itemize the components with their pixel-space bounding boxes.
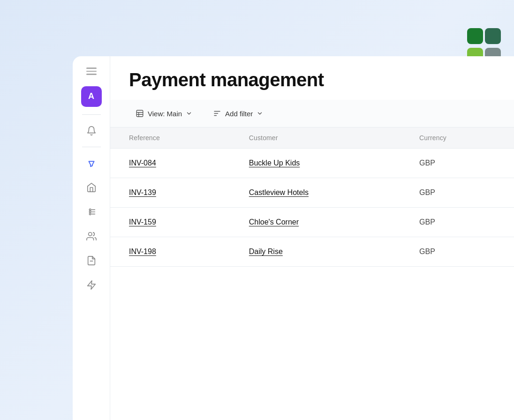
sidebar-item-tasks[interactable] bbox=[81, 202, 102, 222]
table-row: INV-198Daily RiseGBP bbox=[110, 237, 514, 267]
cell-currency: GBP bbox=[401, 178, 514, 208]
table-row: INV-139Castleview HotelsGBP bbox=[110, 178, 514, 208]
content-area: Payment management View: Main Add filter bbox=[110, 56, 514, 420]
cell-customer[interactable]: Castleview Hotels bbox=[230, 178, 401, 208]
cell-reference[interactable]: INV-139 bbox=[110, 178, 230, 208]
teal-gem bbox=[485, 28, 501, 44]
svg-point-4 bbox=[89, 213, 91, 215]
cell-reference[interactable]: INV-198 bbox=[110, 237, 230, 267]
cell-customer[interactable]: Buckle Up Kids bbox=[230, 149, 401, 178]
svg-rect-9 bbox=[136, 110, 143, 117]
cell-currency: GBP bbox=[401, 237, 514, 267]
cell-currency: GBP bbox=[401, 208, 514, 237]
sidebar-item-users[interactable] bbox=[81, 226, 102, 247]
add-filter-button[interactable]: Add filter bbox=[206, 105, 270, 121]
cell-currency: GBP bbox=[401, 149, 514, 178]
table-row: INV-084Buckle Up KidsGBP bbox=[110, 149, 514, 178]
svg-point-6 bbox=[88, 232, 91, 235]
chevron-down-icon bbox=[186, 110, 192, 117]
table-row: INV-159Chloe's CornerGBP bbox=[110, 208, 514, 237]
table-icon bbox=[136, 109, 144, 118]
col-currency: Currency bbox=[401, 128, 514, 149]
menu-button[interactable] bbox=[83, 64, 100, 79]
col-customer: Customer bbox=[230, 128, 401, 149]
sidebar-item-lightning[interactable] bbox=[81, 275, 102, 295]
svg-point-0 bbox=[89, 209, 91, 210]
sidebar-divider-2 bbox=[82, 147, 101, 147]
sidebar-item-home[interactable] bbox=[81, 177, 102, 198]
view-main-button[interactable]: View: Main bbox=[129, 105, 199, 121]
avatar[interactable]: A bbox=[81, 86, 102, 107]
sidebar-item-document[interactable] bbox=[81, 250, 102, 271]
svg-point-2 bbox=[89, 211, 91, 213]
sidebar-item-bell[interactable] bbox=[81, 120, 102, 141]
cell-reference[interactable]: INV-084 bbox=[110, 149, 230, 178]
dark-green-gem bbox=[467, 28, 483, 44]
cell-customer[interactable]: Chloe's Corner bbox=[230, 208, 401, 237]
sidebar: A bbox=[73, 56, 110, 420]
chevron-down-icon-2 bbox=[257, 110, 263, 117]
cell-reference[interactable]: INV-159 bbox=[110, 208, 230, 237]
col-reference: Reference bbox=[110, 128, 230, 149]
toolbar: View: Main Add filter bbox=[110, 100, 514, 128]
page-title: Payment management bbox=[110, 56, 514, 100]
cell-customer[interactable]: Daily Rise bbox=[230, 237, 401, 267]
filter-icon bbox=[213, 109, 221, 118]
table-wrapper: Reference Customer Currency INV-084Buckl… bbox=[110, 128, 514, 267]
sidebar-item-filter[interactable] bbox=[81, 153, 102, 173]
invoices-table: Reference Customer Currency INV-084Buckl… bbox=[110, 128, 514, 267]
sidebar-divider-1 bbox=[82, 114, 101, 115]
svg-marker-8 bbox=[87, 280, 95, 289]
table-header-row: Reference Customer Currency bbox=[110, 128, 514, 149]
